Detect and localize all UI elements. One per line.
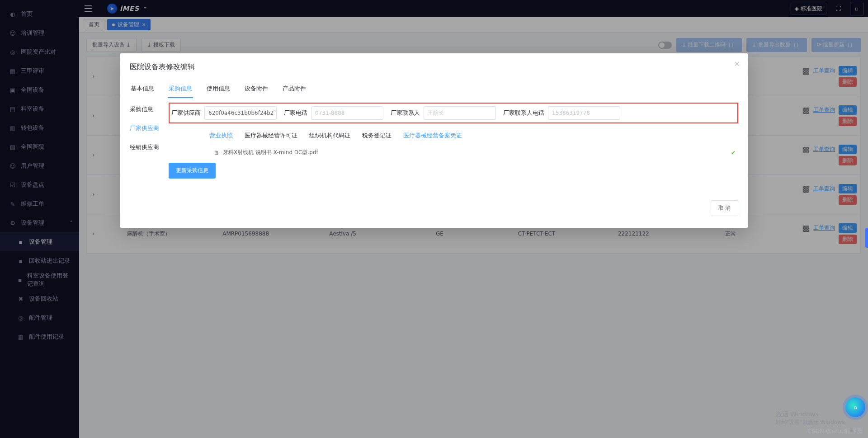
modal-tab[interactable]: 基本信息 [130,80,155,98]
supplier-contact-input[interactable]: 王院长 [424,106,496,120]
modal-vnav-item[interactable]: 经销供应商 [130,143,166,151]
supplier-tel-input[interactable]: 0731-8888 [311,106,383,120]
modal-close-button[interactable]: ✕ [734,60,740,68]
supplier-contact-label: 厂家联系人 [391,109,420,117]
modal-vnav: 采购信息厂家供应商经销供应商 [130,103,166,151]
supplier-label: 厂家供应商 [171,109,201,117]
success-icon: ✔ [731,150,736,156]
supplier-form-row: 厂家供应商 620f0a46c31b0b6f24b2 ˅ 厂家电话 0731-8… [169,103,738,123]
supplier-tel-label: 厂家电话 [284,109,307,117]
modal-vnav-item[interactable]: 采购信息 [130,105,166,113]
document-tab[interactable]: 医疗器械经营备案凭证 [403,132,462,140]
document-tab[interactable]: 组织机构代码证 [309,132,350,140]
attached-file[interactable]: 🗎 牙科X射线机 说明书 X-mind DC型.pdf ✔ [214,149,738,156]
document-tabs: 营业执照医疗器械经营许可证组织机构代码证税务登记证医疗器械经营备案凭证 [209,132,738,140]
modal-tabs: 基本信息采购信息使用信息设备附件产品附件 [130,80,738,98]
update-purchase-button[interactable]: 更新采购信息 [169,163,216,179]
modal-overlay: 医院设备表修改编辑 ✕ 基本信息采购信息使用信息设备附件产品附件 采购信息厂家供… [0,0,868,438]
document-tab[interactable]: 营业执照 [209,132,233,140]
modal-title: 医院设备表修改编辑 [130,62,738,72]
document-tab[interactable]: 医疗器械经营许可证 [245,132,297,140]
file-icon: 🗎 [214,150,219,156]
edit-equipment-modal: 医院设备表修改编辑 ✕ 基本信息采购信息使用信息设备附件产品附件 采购信息厂家供… [120,53,748,228]
cancel-button[interactable]: 取 消 [711,200,738,216]
modal-tab[interactable]: 采购信息 [168,80,193,98]
chevron-down-icon: ˅ [274,110,277,116]
modal-vnav-item[interactable]: 厂家供应商 [130,124,166,132]
right-edge-tab[interactable] [865,228,868,248]
document-tab[interactable]: 税务登记证 [362,132,392,140]
modal-tab[interactable]: 使用信息 [206,80,231,98]
modal-tab[interactable]: 产品附件 [282,80,307,98]
modal-tab[interactable]: 设备附件 [244,80,269,98]
supplier-contact-tel-label: 厂家联系人电话 [503,109,544,117]
supplier-contact-tel-input[interactable]: 15386319778 [548,106,620,120]
floating-home-button[interactable]: ⌂ [845,397,865,417]
supplier-select[interactable]: 620f0a46c31b0b6f24b2 ˅ [204,106,277,120]
